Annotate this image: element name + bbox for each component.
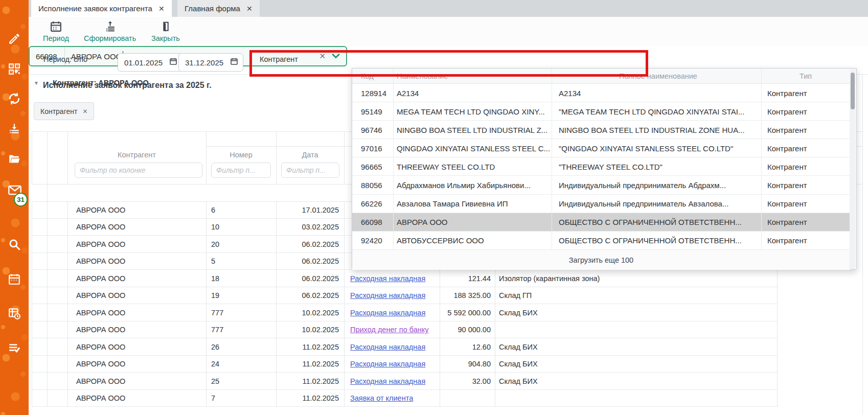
task-list-icon[interactable]: [8, 341, 21, 355]
table-cell-warehouse: Склад БИХ: [495, 373, 774, 390]
document-link[interactable]: Заявка от клиента: [350, 394, 413, 402]
calendar-icon[interactable]: [8, 272, 21, 286]
document-link[interactable]: Расходная накладная: [350, 309, 425, 317]
gridline: [32, 201, 32, 407]
document-link[interactable]: Расходная накладная: [350, 377, 425, 385]
qr-code-icon[interactable]: [8, 62, 21, 76]
tab-close-icon[interactable]: ✕: [158, 5, 165, 13]
dropdown-row[interactable]: 97016QINGDAO XINYATAI STANLESS STEEL C..…: [352, 139, 850, 157]
filter-input-date[interactable]: Фильтр п...: [281, 163, 339, 178]
chevron-down-icon[interactable]: [332, 52, 346, 61]
period-button[interactable]: Период: [43, 20, 69, 42]
table-cell-date: 10.02.2025: [276, 304, 344, 321]
table-cell-doc: Приход денег по банку: [344, 321, 440, 339]
dropdown-row[interactable]: 128914A2134A2134Контрагент: [352, 84, 850, 102]
dropdown-cell-type: Контрагент: [767, 84, 847, 102]
dropdown-scrollbar[interactable]: [850, 69, 856, 269]
table-cell-amount: 188 325.00: [440, 287, 495, 305]
dropdown-row[interactable]: 95149MEGA TEAM TECH LTD QINGDAO XINY..."…: [352, 102, 850, 121]
folder-icon[interactable]: [8, 152, 21, 166]
filter-input-number[interactable]: Фильтр п...: [211, 163, 271, 178]
clear-icon[interactable]: ✕: [313, 52, 332, 61]
dropdown-cell-type: Контрагент: [767, 102, 847, 121]
date-to-input[interactable]: 31.12.2025: [178, 53, 243, 72]
table-cell-amount: 121.44: [440, 270, 495, 287]
dropdown-cell-name: Авзалова Тамара Гивиевна ИП: [397, 195, 550, 213]
export-down-icon[interactable]: [8, 122, 21, 135]
column-header-counterparty[interactable]: Контрагент: [67, 151, 206, 159]
column-header-date[interactable]: Дата: [276, 151, 344, 159]
table-cell-doc: Расходная накладная: [344, 338, 440, 356]
table-row[interactable]: АВРОРА ООО2511.02.2025Расходная накладна…: [32, 373, 777, 390]
schedule-table-icon[interactable]: [8, 307, 21, 320]
pencil-icon[interactable]: [8, 32, 21, 45]
counterparty-filter-chip[interactable]: Контрагент ✕: [34, 102, 94, 120]
sync-icon[interactable]: [8, 92, 21, 105]
dropdown-row[interactable]: 92420АВТОБУССЕРВИС ООООБЩЕСТВО С ОГРАНИЧ…: [352, 232, 850, 250]
dropdown-cell-name: АВТОБУССЕРВИС ООО: [397, 232, 550, 250]
table-cell-doc: Расходная накладная: [344, 287, 440, 305]
table-row[interactable]: АВРОРА ООО711.02.2025Заявка от клиента: [32, 390, 777, 407]
button-label: Закрыть: [151, 34, 180, 42]
search-icon[interactable]: [8, 238, 21, 251]
table-row[interactable]: АВРОРА ООО1906.02.2025Расходная накладна…: [32, 287, 777, 305]
document-link[interactable]: Расходная накладная: [350, 343, 425, 351]
dropdown-row[interactable]: 96746NINGBO BOA STEEL LTD INDUSTRIAL Z..…: [352, 121, 850, 139]
dropdown-row[interactable]: 88056Абдрахманов Ильмир Хабирьянови...Ин…: [352, 176, 850, 195]
date-to-value: 31.12.2025: [179, 58, 230, 67]
document-link[interactable]: Приход денег по банку: [350, 326, 429, 334]
dropdown-row[interactable]: 66226Авзалова Тамара Гивиевна ИПИндивиду…: [352, 195, 850, 213]
gridline: [276, 201, 277, 407]
tab-glavnaya-forma[interactable]: Главная форма ✕: [177, 0, 260, 17]
date-from-input[interactable]: 01.01.2025: [118, 53, 182, 72]
table-row[interactable]: АВРОРА ООО77710.02.2025Расходная накладн…: [32, 304, 777, 321]
table-cell-counterparty: АВРОРА ООО: [67, 253, 206, 270]
gridline: [32, 131, 32, 184]
dropdown-cell-name: NINGBO BOA STEEL LTD INDUSTRIAL Z...: [397, 121, 550, 139]
table-cell-number: 7: [206, 390, 276, 407]
button-label: Сформировать: [84, 34, 136, 42]
dropdown-cell-full: Индивидуальный предприниматель Абдрахм..…: [559, 176, 761, 195]
dropdown-cell-name: QINGDAO XINYATAI STANLESS STEEL C...: [397, 139, 550, 157]
table-cell-date: 11.02.2025: [276, 373, 344, 390]
table-cell-counterparty: АВРОРА ООО: [67, 304, 206, 321]
table-cell-counterparty: АВРОРА ООО: [67, 321, 206, 339]
generate-button[interactable]: Сформировать: [84, 20, 136, 42]
period-label: Период: с/по: [43, 55, 87, 63]
table-row[interactable]: АВРОРА ООО2411.02.2025Расходная накладна…: [32, 356, 777, 373]
tab-ispolnenie-zayavok[interactable]: Исполнение заявок контрагента ✕: [31, 0, 172, 17]
filter-placeholder: Фильтр по колонке: [80, 166, 146, 174]
table-row[interactable]: АВРОРА ООО1806.02.2025Расходная накладна…: [32, 270, 777, 287]
collapse-triangle-icon[interactable]: ▼: [34, 80, 39, 86]
gridline: [276, 131, 277, 184]
document-link[interactable]: Расходная накладная: [350, 291, 425, 299]
dropdown-row[interactable]: 96665THREEWAY STEEL CO.LTD"THREEWAY STEE…: [352, 157, 850, 176]
document-link[interactable]: Расходная накладная: [350, 360, 425, 368]
table-cell-warehouse: Изолятор (карантинная зона): [495, 270, 774, 287]
document-link[interactable]: Расходная накладная: [350, 274, 425, 283]
load-more-button[interactable]: Загрузить еще 100: [352, 250, 850, 270]
table-row[interactable]: АВРОРА ООО77710.02.2025Приход денег по б…: [32, 321, 777, 339]
mail-unread-badge: 31: [14, 193, 28, 206]
button-label: Период: [43, 34, 69, 42]
dropdown-cell-code: 66098: [361, 213, 389, 232]
tab-close-icon[interactable]: ✕: [246, 5, 253, 13]
dropdown-cell-type: Контрагент: [767, 176, 847, 195]
calendar-icon[interactable]: [169, 57, 177, 67]
table-cell-date: 06.02.2025: [276, 236, 344, 253]
table-cell-number: 26: [206, 338, 276, 356]
table-cell-number: 24: [206, 356, 276, 373]
table-cell-number: 25: [206, 373, 276, 390]
filter-input-counterparty[interactable]: Фильтр по колонке: [75, 163, 202, 178]
chip-remove-icon[interactable]: ✕: [82, 108, 87, 115]
table-row[interactable]: АВРОРА ООО2611.02.2025Расходная накладна…: [32, 338, 777, 356]
table-cell-number: 6: [206, 201, 276, 219]
scrollbar-thumb[interactable]: [851, 73, 855, 109]
gridline: [344, 131, 345, 184]
close-button[interactable]: Закрыть: [151, 20, 180, 42]
calendar-icon: [50, 20, 62, 33]
calendar-icon[interactable]: [230, 57, 238, 67]
column-header-number[interactable]: Номер: [206, 151, 276, 159]
dropdown-row[interactable]: 66098АВРОРА ООООБЩЕСТВО С ОГРАНИЧЕННОЙ О…: [352, 213, 850, 232]
table-cell-counterparty: АВРОРА ООО: [67, 287, 206, 305]
